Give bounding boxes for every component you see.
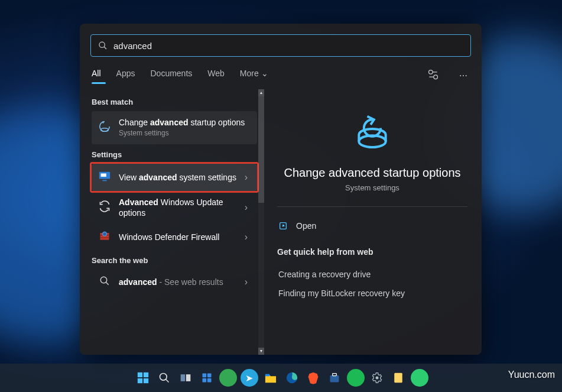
chevron-right-icon: › bbox=[242, 232, 250, 242]
svg-rect-25 bbox=[202, 374, 206, 378]
result-best-match[interactable]: Change advanced startup options System s… bbox=[92, 111, 257, 144]
svg-rect-7 bbox=[102, 180, 106, 181]
svg-rect-29 bbox=[265, 374, 269, 377]
search-panel: All Apps Documents Web More⌄ ⋯ Best matc… bbox=[80, 24, 482, 355]
help-link-recovery-drive[interactable]: Creating a recovery drive bbox=[277, 265, 467, 284]
svg-rect-20 bbox=[143, 378, 148, 383]
taskbar-widgets-icon[interactable] bbox=[198, 369, 216, 387]
open-action[interactable]: Open bbox=[277, 218, 467, 234]
search-settings-icon[interactable] bbox=[425, 66, 441, 85]
taskbar-notes-icon[interactable] bbox=[389, 369, 407, 387]
divider bbox=[277, 206, 467, 207]
tab-web[interactable]: Web bbox=[207, 69, 225, 83]
taskbar-explorer-icon[interactable] bbox=[262, 369, 280, 387]
tab-apps[interactable]: Apps bbox=[116, 69, 135, 83]
svg-rect-19 bbox=[137, 378, 142, 383]
svg-rect-27 bbox=[202, 378, 206, 383]
startup-icon bbox=[96, 120, 113, 135]
scroll-down-icon[interactable]: ▾ bbox=[258, 348, 264, 355]
svg-point-33 bbox=[375, 377, 378, 380]
chevron-right-icon: › bbox=[242, 172, 250, 183]
svg-point-0 bbox=[99, 42, 105, 47]
section-settings: Settings bbox=[92, 150, 257, 159]
section-best-match: Best match bbox=[92, 98, 257, 106]
scrollbar[interactable]: ▴ ▾ bbox=[258, 89, 264, 355]
taskbar-telegram-icon[interactable]: ➤ bbox=[241, 369, 258, 387]
preview-startup-icon bbox=[277, 101, 467, 155]
scroll-thumb[interactable] bbox=[258, 96, 264, 203]
taskbar-start-icon[interactable] bbox=[134, 369, 152, 387]
monitor-icon bbox=[96, 170, 113, 185]
sync-icon bbox=[96, 200, 113, 215]
svg-rect-31 bbox=[330, 375, 339, 383]
firewall-icon bbox=[96, 230, 113, 244]
taskbar-brave-icon[interactable] bbox=[304, 369, 322, 387]
svg-point-21 bbox=[160, 374, 167, 381]
svg-rect-6 bbox=[101, 173, 106, 177]
svg-line-1 bbox=[104, 47, 106, 49]
open-icon bbox=[278, 221, 288, 231]
svg-rect-17 bbox=[137, 372, 142, 377]
svg-rect-28 bbox=[207, 378, 211, 383]
svg-line-22 bbox=[165, 380, 168, 383]
result-windows-update[interactable]: Advanced Windows Update options › bbox=[92, 191, 257, 224]
preview-pane: Change advanced startup options System s… bbox=[257, 89, 482, 355]
taskbar-taskview-icon[interactable] bbox=[177, 369, 194, 387]
search-box[interactable] bbox=[90, 34, 471, 57]
tab-all[interactable]: All bbox=[92, 69, 101, 83]
svg-rect-23 bbox=[180, 374, 185, 381]
watermark: Yuucn.com bbox=[508, 370, 555, 380]
taskbar-settings-icon[interactable] bbox=[368, 369, 386, 387]
svg-rect-34 bbox=[394, 373, 402, 383]
svg-rect-24 bbox=[186, 374, 190, 381]
svg-point-12 bbox=[103, 232, 106, 235]
tab-more[interactable]: More⌄ bbox=[240, 69, 268, 83]
svg-point-13 bbox=[100, 277, 107, 283]
search-icon bbox=[98, 41, 108, 50]
scroll-up-icon[interactable]: ▴ bbox=[258, 89, 264, 96]
svg-rect-18 bbox=[143, 372, 148, 377]
preview-subtitle: System settings bbox=[277, 183, 467, 192]
svg-point-4 bbox=[101, 128, 109, 132]
chevron-right-icon: › bbox=[242, 202, 250, 213]
result-defender-firewall[interactable]: Windows Defender Firewall › bbox=[92, 224, 257, 250]
taskbar-app2-icon[interactable] bbox=[411, 369, 428, 387]
svg-rect-32 bbox=[332, 374, 336, 376]
filter-tabs: All Apps Documents Web More⌄ ⋯ bbox=[80, 57, 482, 89]
search-icon bbox=[96, 276, 113, 289]
preview-title: Change advanced startup options bbox=[277, 166, 467, 180]
svg-line-14 bbox=[106, 282, 109, 285]
search-input[interactable] bbox=[113, 41, 463, 51]
help-link-bitlocker[interactable]: Finding my BitLocker recovery key bbox=[277, 284, 467, 303]
svg-point-2 bbox=[429, 70, 433, 74]
taskbar-edge-icon[interactable] bbox=[283, 369, 301, 387]
chevron-down-icon: ⌄ bbox=[261, 69, 268, 78]
section-search-web: Search the web bbox=[92, 256, 257, 265]
result-view-advanced-system[interactable]: View advanced system settings › bbox=[92, 164, 257, 191]
taskbar-search-icon[interactable] bbox=[155, 369, 173, 387]
taskbar-store-icon[interactable] bbox=[326, 369, 343, 387]
svg-rect-26 bbox=[207, 374, 211, 378]
chevron-right-icon: › bbox=[242, 277, 250, 287]
results-column: Best match Change advanced startup optio… bbox=[80, 89, 257, 355]
help-heading: Get quick help from web bbox=[277, 247, 467, 257]
svg-rect-10 bbox=[100, 238, 109, 238]
taskbar-app-icon[interactable] bbox=[219, 369, 237, 387]
tab-documents[interactable]: Documents bbox=[150, 69, 192, 83]
svg-point-3 bbox=[434, 75, 438, 79]
taskbar-spotify-icon[interactable] bbox=[347, 369, 365, 387]
more-options-icon[interactable]: ⋯ bbox=[457, 69, 470, 83]
taskbar: ➤ bbox=[0, 364, 562, 392]
result-web-search[interactable]: advanced - See web results › bbox=[92, 270, 257, 294]
